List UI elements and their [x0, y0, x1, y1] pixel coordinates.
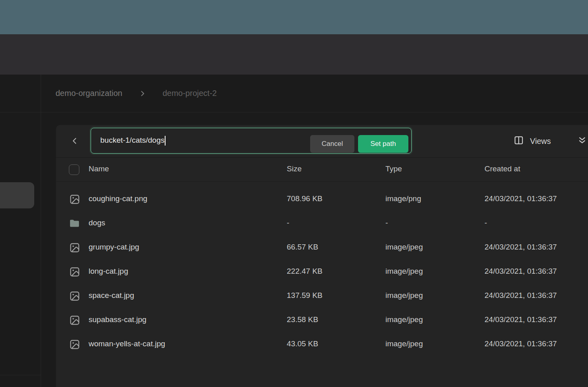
header-name: Name — [89, 164, 109, 173]
table-row[interactable]: dogs - - - — [56, 211, 588, 235]
breadcrumb-project[interactable]: demo-project-2 — [163, 89, 217, 98]
table-row[interactable]: grumpy-cat.jpg 66.57 KB image/jpeg 24/03… — [56, 235, 588, 260]
storage-explorer-window: demo-organization demo-project-2 bucket-… — [0, 0, 588, 387]
file-type: image/jpeg — [385, 267, 423, 276]
table-row[interactable]: space-cat.jpg 137.59 KB image/jpeg 24/03… — [56, 284, 588, 308]
file-type: image/jpeg — [385, 291, 423, 300]
file-created-at: 24/03/2021, 01:36:37 — [484, 315, 557, 324]
file-created-at: 24/03/2021, 01:36:37 — [484, 243, 557, 252]
file-type: image/png — [385, 194, 421, 203]
back-button[interactable] — [68, 135, 81, 148]
file-size: 137.59 KB — [287, 291, 323, 300]
chevron-left-icon — [70, 136, 80, 148]
explorer-toolbar: bucket-1/cats/dogs Cancel Set path Views — [56, 125, 588, 157]
breadcrumb: demo-organization demo-project-2 — [41, 75, 588, 112]
file-name: space-cat.jpg — [89, 291, 134, 300]
file-name: woman-yells-at-cat.jpg — [89, 339, 165, 348]
file-size: 43.05 KB — [287, 339, 318, 348]
file-created-at: - — [484, 218, 487, 227]
file-explorer-panel: bucket-1/cats/dogs Cancel Set path Views — [56, 125, 588, 387]
header-size: Size — [287, 164, 302, 173]
image-icon — [69, 314, 80, 326]
file-name: supabass-cat.jpg — [89, 315, 147, 324]
file-type: image/jpeg — [385, 339, 423, 348]
file-created-at: 24/03/2021, 01:36:37 — [484, 291, 557, 300]
set-path-button[interactable]: Set path — [358, 135, 408, 153]
file-name: dogs — [89, 218, 105, 227]
table-header: Name Size Type Created at — [56, 158, 588, 181]
file-type: image/jpeg — [385, 315, 423, 324]
table-row[interactable]: long-cat.jpg 222.47 KB image/jpeg 24/03/… — [56, 260, 588, 284]
header-created-at: Created at — [484, 164, 520, 173]
file-size: 708.96 KB — [287, 194, 323, 203]
select-all-checkbox[interactable] — [69, 164, 79, 175]
breadcrumb-organization[interactable]: demo-organization — [56, 89, 122, 98]
file-created-at: 24/03/2021, 01:36:37 — [484, 339, 557, 348]
file-created-at: 24/03/2021, 01:36:37 — [484, 194, 557, 203]
table-row[interactable]: coughing-cat.png 708.96 KB image/png 24/… — [56, 187, 588, 211]
table-row[interactable]: supabass-cat.jpg 23.58 KB image/jpeg 24/… — [56, 308, 588, 332]
path-input-value: bucket-1/cats/dogs — [91, 136, 166, 146]
text-caret — [165, 136, 166, 146]
window-titlebar — [0, 34, 588, 75]
views-button[interactable]: Views — [513, 125, 551, 157]
sidebar-selected-item[interactable] — [0, 182, 34, 208]
views-label: Views — [530, 137, 551, 146]
header-type: Type — [385, 164, 402, 173]
image-icon — [69, 290, 80, 302]
file-name: coughing-cat.png — [89, 194, 147, 203]
image-icon — [69, 266, 80, 277]
file-size: 66.57 KB — [287, 243, 318, 252]
columns-icon — [513, 135, 524, 148]
file-type: - — [385, 218, 388, 227]
file-size: 23.58 KB — [287, 315, 318, 324]
sidebar-footer-divider — [0, 375, 41, 375]
table-row[interactable]: woman-yells-at-cat.jpg 43.05 KB image/jp… — [56, 332, 588, 356]
file-list: coughing-cat.png 708.96 KB image/png 24/… — [56, 182, 588, 356]
image-icon — [69, 242, 80, 253]
file-name: long-cat.jpg — [89, 267, 128, 276]
path-input[interactable]: bucket-1/cats/dogs Cancel Set path — [91, 128, 412, 154]
chevron-right-icon — [133, 89, 152, 98]
breadcrumb-divider — [0, 112, 588, 112]
image-icon — [69, 339, 80, 350]
file-size: - — [287, 218, 289, 227]
file-created-at: 24/03/2021, 01:36:37 — [484, 267, 557, 276]
cancel-button[interactable]: Cancel — [310, 135, 354, 153]
image-icon — [69, 194, 80, 205]
sidebar-divider — [41, 75, 41, 387]
file-type: image/jpeg — [385, 243, 423, 252]
file-name: grumpy-cat.jpg — [89, 243, 139, 252]
file-size: 222.47 KB — [287, 267, 323, 276]
folder-icon — [69, 218, 80, 229]
chevrons-down-icon — [577, 135, 587, 147]
top-banner — [0, 0, 588, 34]
collapse-toolbar-button[interactable] — [577, 125, 588, 157]
